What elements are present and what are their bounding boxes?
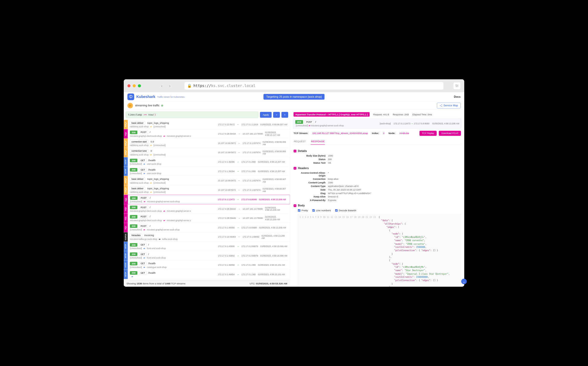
node-value: minikube	[399, 132, 409, 135]
protocol-tab: HTTP	[124, 157, 128, 167]
pretty-checkbox[interactable]: Pretty	[298, 209, 308, 212]
nav-forward-button[interactable]: ›	[166, 82, 173, 89]
tcp-file-link[interactable]: 192.168.59.127:8897/tcp_stream_000000296…	[312, 132, 368, 135]
request-size: Request: 441 B	[373, 113, 389, 116]
protocol-tab: HTTP	[124, 260, 128, 270]
protocol-tab: GQL	[124, 195, 128, 204]
traffic-row[interactable]: GQL200POST/mizutest-graphql-client.sock-…	[124, 129, 290, 139]
svg-point-0	[456, 85, 456, 85]
traffic-list[interactable]: AMQPbasic delivertopic_logs_shippingrabb…	[124, 120, 290, 280]
pause-button[interactable]	[127, 103, 133, 108]
service-map-icon	[439, 104, 442, 107]
details-header[interactable]: −Details	[293, 149, 461, 153]
index-value: 0	[383, 132, 384, 135]
save-button[interactable]	[281, 112, 288, 118]
protocol-tab: GQL	[124, 214, 128, 223]
protocol-tab: AMQP	[124, 148, 128, 157]
traffic-row[interactable]: HTTP200GET/health[Unresolved] ⇄ user.soc…	[124, 167, 290, 176]
camera-icon	[276, 114, 277, 116]
status-text: Showing 1536 items from a total of 1068 …	[127, 282, 185, 285]
svg-point-1	[457, 85, 458, 86]
protocol-tab: AMQP	[124, 120, 128, 129]
detail-tabs: REQUEST RESPONSE	[293, 138, 461, 145]
protocol-tab: GQL	[124, 204, 128, 214]
lock-icon: 🔒	[187, 84, 192, 88]
traffic-row[interactable]: HTTP200GET/health ⇄ 172.17.0.1:49854→172…	[124, 270, 290, 279]
app-logo	[127, 93, 134, 100]
screenshot-button[interactable]	[273, 112, 280, 118]
protocol-tab: HTTP	[124, 270, 128, 279]
service-map-button[interactable]: Service Map	[437, 103, 461, 108]
titlebar: ‹ › 🔒 https://ks.svc.cluster.local	[124, 79, 464, 92]
traffic-row[interactable]: GQL200POST/mizutest-graphql-client.sock-…	[124, 214, 290, 223]
traffic-row[interactable]: HTTP200GET/[Unresolved] ⇄ front-end.sock…	[124, 242, 290, 251]
protocol-tab: AMQP	[124, 185, 128, 195]
request-ts: 01/05/2023, 4:58:13.208 AM	[432, 122, 459, 125]
headers-kv: Access-Control-Allow-Origin*Connectionke…	[298, 172, 461, 202]
tab-request[interactable]: REQUEST	[293, 139, 306, 145]
url-scheme: https://	[193, 84, 211, 88]
traffic-row[interactable]: GQL200POST/mizutest-graphql-client.sock-…	[124, 204, 290, 214]
body-header[interactable]: −Body	[293, 204, 461, 207]
svg-rect-6	[276, 114, 277, 115]
response-size: Response: 2KB	[393, 113, 409, 116]
request-src: [Unresolved]	[296, 125, 308, 127]
protocol-tab: HTTP	[124, 251, 128, 260]
traffic-row[interactable]: HTTP200GET/[Unresolved] ⇄ front-end.sock…	[124, 251, 290, 261]
stream-bar: streaming live traffic Service Map	[124, 102, 464, 110]
traffic-row[interactable]: HTTP200GET/health[Unresolved] ⇄ catalogu…	[124, 260, 290, 270]
request-ns: [sock-shop]	[380, 122, 391, 125]
elapsed-time: Elapsed Time: 0ms	[412, 113, 432, 116]
service-map-label: Service Map	[444, 104, 458, 107]
query-input[interactable]: timestamp >= now()	[126, 112, 258, 118]
tcp-replay-button[interactable]: TCP Replay	[420, 131, 437, 136]
status-bar: Showing 1536 items from a total of 1068 …	[124, 280, 290, 287]
traffic-row[interactable]: GQL200POST/[Unresolved] ⇄ mizutest-graph…	[124, 223, 290, 232]
traffic-row[interactable]: HTTP200GET/health[Unresolved] ⇄ user.soc…	[124, 157, 290, 167]
svg-point-2	[456, 86, 457, 87]
traffic-row[interactable]: GQL200POST/[Unresolved] ⇄ mizutest-graph…	[124, 195, 290, 204]
brand-tagline: Traffic viewer for Kubernetes	[157, 96, 185, 98]
docs-link[interactable]: Docs	[454, 95, 460, 98]
request-block: 200 POST / [Unresolved] ⇄ mizutest-graph…	[293, 118, 461, 129]
svg-point-7	[276, 115, 277, 115]
node-label: Node:	[388, 132, 395, 135]
url-bar[interactable]: 🔒 https://ks.svc.cluster.local	[185, 82, 444, 90]
protocol-tab: AMQP	[124, 176, 128, 185]
protocol-tab: KAFKA	[124, 232, 128, 241]
close-window-button[interactable]	[127, 84, 130, 87]
swap-icon: ⇄	[309, 125, 311, 127]
traffic-row[interactable]: AMQPbasic delivertopic_logs_shippingrabb…	[124, 176, 290, 185]
detail-scroll[interactable]: −Details Body Size (bytes)1580Status200S…	[293, 145, 461, 286]
traffic-row[interactable]: AMQPbasic delivertopic_logs_shippingrabb…	[124, 120, 290, 129]
protocol-tab: AMQP	[124, 139, 128, 148]
method-badge: POST	[304, 120, 314, 124]
protocol-tab: GQL	[124, 223, 128, 232]
maximize-window-button[interactable]	[138, 84, 141, 87]
collapse-icon: −	[293, 150, 296, 152]
apply-button[interactable]: Apply	[260, 112, 272, 118]
traffic-row[interactable]: AMQPconnection start0.9rabbitmq.sock-sho…	[124, 139, 290, 148]
nav-back-button[interactable]: ‹	[159, 82, 165, 89]
download-pcap-button[interactable]: Download PCAP	[439, 131, 461, 136]
request-path: /	[315, 121, 316, 124]
traffic-row[interactable]: AMQPconnection tune0rabbitmq.sock-shop ⇄…	[124, 148, 290, 157]
targeting-banner: Targetting 25 pods in namespace [sock-sh…	[264, 94, 325, 99]
request-dst: mizutest-graphql-server.sock-shop	[311, 125, 344, 127]
minimize-window-button[interactable]	[133, 84, 136, 87]
browser-menu-button[interactable]	[453, 82, 461, 90]
query-bar: timestamp >= now() Apply	[124, 110, 290, 120]
traffic-row[interactable]: KAFKAMetadatainvoicingmizutest-kafka-go.…	[124, 232, 290, 242]
detail-summary: Hypertext Transfer Protocol -- HTTP/1.1 …	[293, 111, 461, 118]
brand-name: Kubeshark	[136, 95, 155, 99]
save-icon	[284, 114, 286, 116]
decode-checkbox[interactable]: Decode Base64	[335, 209, 356, 212]
traffic-pane: timestamp >= now() Apply AMQPbasic deliv…	[124, 110, 290, 287]
app-header: Kubeshark Traffic viewer for Kubernetes …	[124, 92, 464, 102]
linenums-checkbox[interactable]: Line numbers	[312, 209, 331, 212]
headers-header[interactable]: −Headers	[293, 167, 461, 170]
tab-response[interactable]: RESPONSE	[311, 139, 325, 145]
url-host: ks.svc.cluster.local	[211, 84, 255, 88]
traffic-row[interactable]: AMQPbasic delivertopic_logs_shippingrabb…	[124, 185, 290, 195]
protocol-tab: HTTP	[124, 167, 128, 176]
